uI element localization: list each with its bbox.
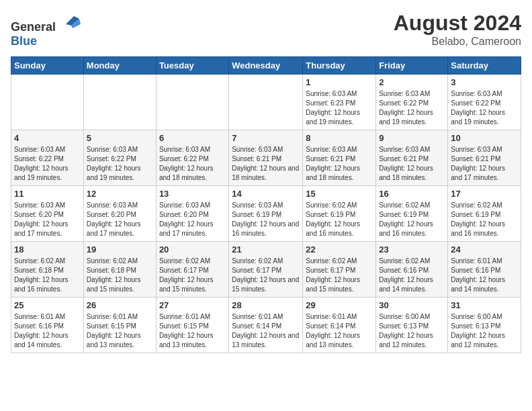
day-number: 16: [379, 189, 445, 199]
day-number: 25: [14, 300, 81, 310]
day-info: Sunrise: 6:03 AM Sunset: 6:22 PM Dayligh…: [451, 89, 518, 127]
day-number: 18: [14, 244, 81, 255]
day-cell: 9Sunrise: 6:03 AM Sunset: 6:21 PM Daylig…: [376, 130, 448, 186]
day-info: Sunrise: 6:02 AM Sunset: 6:18 PM Dayligh…: [87, 257, 153, 294]
day-cell: 7Sunrise: 6:03 AM Sunset: 6:21 PM Daylig…: [229, 130, 303, 186]
day-number: 21: [232, 244, 300, 255]
day-header-sunday: Sunday: [11, 57, 84, 75]
day-number: 22: [306, 244, 373, 255]
day-number: 29: [306, 300, 373, 310]
day-number: 28: [232, 300, 300, 310]
day-cell: 14Sunrise: 6:03 AM Sunset: 6:19 PM Dayli…: [229, 186, 303, 242]
day-info: Sunrise: 6:01 AM Sunset: 6:16 PM Dayligh…: [451, 257, 518, 294]
day-cell: 12Sunrise: 6:03 AM Sunset: 6:20 PM Dayli…: [83, 186, 156, 242]
day-info: Sunrise: 6:03 AM Sunset: 6:21 PM Dayligh…: [379, 145, 445, 183]
day-number: 1: [306, 77, 373, 87]
day-cell: 11Sunrise: 6:03 AM Sunset: 6:20 PM Dayli…: [11, 186, 84, 242]
day-cell: 3Sunrise: 6:03 AM Sunset: 6:22 PM Daylig…: [448, 75, 521, 130]
day-number: 17: [451, 189, 518, 199]
day-info: Sunrise: 6:01 AM Sunset: 6:15 PM Dayligh…: [87, 312, 153, 350]
logo-text: General Blue: [11, 11, 81, 48]
day-cell: 1Sunrise: 6:03 AM Sunset: 6:23 PM Daylig…: [303, 75, 376, 130]
day-info: Sunrise: 6:01 AM Sunset: 6:14 PM Dayligh…: [232, 312, 300, 350]
day-info: Sunrise: 6:01 AM Sunset: 6:15 PM Dayligh…: [159, 312, 226, 350]
day-info: Sunrise: 6:03 AM Sunset: 6:22 PM Dayligh…: [379, 89, 445, 127]
day-cell: 19Sunrise: 6:02 AM Sunset: 6:18 PM Dayli…: [83, 242, 156, 298]
day-cell: [156, 75, 228, 130]
logo-bird-icon: [60, 11, 81, 31]
day-info: Sunrise: 6:01 AM Sunset: 6:16 PM Dayligh…: [14, 312, 81, 350]
day-number: 20: [159, 244, 226, 255]
day-info: Sunrise: 6:03 AM Sunset: 6:22 PM Dayligh…: [159, 145, 226, 183]
day-number: 6: [159, 133, 226, 143]
day-number: 7: [232, 133, 300, 143]
day-header-friday: Friday: [376, 57, 448, 75]
day-info: Sunrise: 6:02 AM Sunset: 6:16 PM Dayligh…: [379, 257, 445, 294]
day-cell: 28Sunrise: 6:01 AM Sunset: 6:14 PM Dayli…: [229, 298, 303, 353]
day-cell: 13Sunrise: 6:03 AM Sunset: 6:20 PM Dayli…: [156, 186, 228, 242]
day-info: Sunrise: 6:03 AM Sunset: 6:19 PM Dayligh…: [232, 201, 300, 238]
day-cell: 16Sunrise: 6:02 AM Sunset: 6:19 PM Dayli…: [376, 186, 448, 242]
day-cell: 30Sunrise: 6:00 AM Sunset: 6:13 PM Dayli…: [376, 298, 448, 353]
day-info: Sunrise: 6:02 AM Sunset: 6:19 PM Dayligh…: [451, 201, 518, 238]
day-cell: 8Sunrise: 6:03 AM Sunset: 6:21 PM Daylig…: [303, 130, 376, 186]
days-header-row: SundayMondayTuesdayWednesdayThursdayFrid…: [11, 57, 521, 75]
day-cell: 17Sunrise: 6:02 AM Sunset: 6:19 PM Dayli…: [448, 186, 521, 242]
day-cell: 6Sunrise: 6:03 AM Sunset: 6:22 PM Daylig…: [156, 130, 228, 186]
day-cell: 21Sunrise: 6:02 AM Sunset: 6:17 PM Dayli…: [229, 242, 303, 298]
day-number: 24: [451, 244, 518, 255]
day-info: Sunrise: 6:03 AM Sunset: 6:20 PM Dayligh…: [87, 201, 153, 238]
day-number: 27: [159, 300, 226, 310]
day-header-wednesday: Wednesday: [229, 57, 303, 75]
month-year-title: August 2024: [394, 11, 521, 36]
day-cell: 31Sunrise: 6:00 AM Sunset: 6:13 PM Dayli…: [448, 298, 521, 353]
day-info: Sunrise: 6:02 AM Sunset: 6:17 PM Dayligh…: [306, 257, 373, 294]
day-cell: [11, 75, 84, 130]
day-cell: 15Sunrise: 6:02 AM Sunset: 6:19 PM Dayli…: [303, 186, 376, 242]
day-info: Sunrise: 6:03 AM Sunset: 6:22 PM Dayligh…: [14, 145, 81, 183]
day-info: Sunrise: 6:03 AM Sunset: 6:20 PM Dayligh…: [14, 201, 81, 238]
day-info: Sunrise: 6:03 AM Sunset: 6:22 PM Dayligh…: [87, 145, 153, 183]
calendar-table: SundayMondayTuesdayWednesdayThursdayFrid…: [11, 56, 521, 353]
day-number: 14: [232, 189, 300, 199]
day-number: 23: [379, 244, 445, 255]
day-header-monday: Monday: [83, 57, 156, 75]
day-number: 3: [451, 77, 518, 87]
day-info: Sunrise: 6:01 AM Sunset: 6:14 PM Dayligh…: [306, 312, 373, 350]
day-number: 8: [306, 133, 373, 143]
title-block: August 2024 Belabo, Cameroon: [394, 11, 521, 48]
day-info: Sunrise: 6:02 AM Sunset: 6:19 PM Dayligh…: [379, 201, 445, 238]
logo: General Blue: [11, 11, 81, 48]
day-number: 13: [159, 189, 226, 199]
day-cell: 27Sunrise: 6:01 AM Sunset: 6:15 PM Dayli…: [156, 298, 228, 353]
day-info: Sunrise: 6:03 AM Sunset: 6:21 PM Dayligh…: [232, 145, 300, 183]
day-cell: 10Sunrise: 6:03 AM Sunset: 6:21 PM Dayli…: [448, 130, 521, 186]
day-cell: 5Sunrise: 6:03 AM Sunset: 6:22 PM Daylig…: [83, 130, 156, 186]
day-header-thursday: Thursday: [303, 57, 376, 75]
day-info: Sunrise: 6:03 AM Sunset: 6:20 PM Dayligh…: [159, 201, 226, 238]
day-header-tuesday: Tuesday: [156, 57, 228, 75]
week-row-3: 11Sunrise: 6:03 AM Sunset: 6:20 PM Dayli…: [11, 186, 521, 242]
day-cell: 4Sunrise: 6:03 AM Sunset: 6:22 PM Daylig…: [11, 130, 84, 186]
day-info: Sunrise: 6:03 AM Sunset: 6:21 PM Dayligh…: [306, 145, 373, 183]
day-number: 19: [87, 244, 153, 255]
location-subtitle: Belabo, Cameroon: [394, 36, 521, 48]
day-cell: 24Sunrise: 6:01 AM Sunset: 6:16 PM Dayli…: [448, 242, 521, 298]
day-info: Sunrise: 6:00 AM Sunset: 6:13 PM Dayligh…: [451, 312, 518, 350]
day-cell: [229, 75, 303, 130]
day-number: 31: [451, 300, 518, 310]
logo-general: General: [11, 20, 56, 34]
day-cell: 23Sunrise: 6:02 AM Sunset: 6:16 PM Dayli…: [376, 242, 448, 298]
day-cell: 18Sunrise: 6:02 AM Sunset: 6:18 PM Dayli…: [11, 242, 84, 298]
day-cell: 20Sunrise: 6:02 AM Sunset: 6:17 PM Dayli…: [156, 242, 228, 298]
week-row-4: 18Sunrise: 6:02 AM Sunset: 6:18 PM Dayli…: [11, 242, 521, 298]
day-info: Sunrise: 6:02 AM Sunset: 6:17 PM Dayligh…: [159, 257, 226, 294]
day-number: 26: [87, 300, 153, 310]
day-header-saturday: Saturday: [448, 57, 521, 75]
day-number: 12: [87, 189, 153, 199]
day-number: 4: [14, 133, 81, 143]
day-number: 9: [379, 133, 445, 143]
day-info: Sunrise: 6:02 AM Sunset: 6:18 PM Dayligh…: [14, 257, 81, 294]
day-cell: 25Sunrise: 6:01 AM Sunset: 6:16 PM Dayli…: [11, 298, 84, 353]
page-header: General Blue August 2024 Belabo, Cameroo…: [11, 11, 521, 48]
